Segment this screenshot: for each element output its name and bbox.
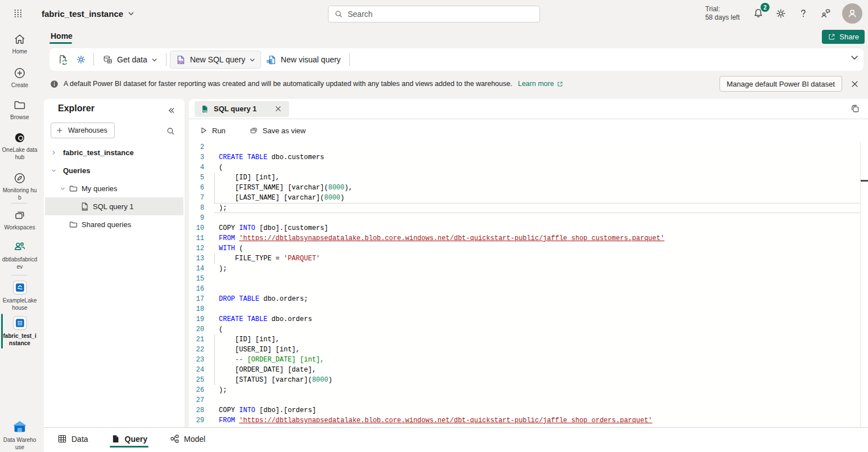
code-line[interactable]: 5 [ID] [int],	[189, 173, 860, 183]
code-line-content[interactable]: [STATUS] [varchar](8000)	[214, 375, 860, 385]
code-line[interactable]: 27	[189, 395, 860, 405]
code-line-content[interactable]: FROM 'https://dbtlabsynapsedatalake.blob…	[214, 415, 860, 426]
code-line-content[interactable]: CREATE TABLE dbo.customers	[214, 152, 860, 162]
code-line[interactable]: 18	[189, 304, 860, 314]
code-line[interactable]: 15	[189, 274, 860, 284]
nav-item-examplelakehouse[interactable]: ExampleLakehouse	[1, 280, 38, 311]
settings-gear-button[interactable]	[72, 51, 90, 69]
tree-item-my-queries[interactable]: My queries	[44, 179, 185, 197]
tree-item-queries[interactable]: Queries	[44, 161, 185, 179]
code-line-content[interactable]: [USER_ID] [int],	[214, 345, 860, 355]
tab-home[interactable]: Home	[50, 29, 74, 43]
tree-item-sql-query-1[interactable]: SQL SQL query 1	[45, 197, 183, 215]
code-line-content[interactable]	[214, 395, 860, 405]
save-as-view-button[interactable]: Save as view	[246, 124, 309, 137]
code-line[interactable]: 25 [STATUS] [varchar](8000)	[189, 375, 860, 385]
code-line[interactable]: 21 [ID] [int],	[189, 335, 860, 345]
code-line[interactable]: 13 FILE_TYPE = 'PARQUET'	[189, 254, 860, 264]
nav-item-fabric-test-instance[interactable]: fabric_test_instance	[1, 315, 38, 347]
new-visual-query-button[interactable]: New visual query	[261, 51, 346, 69]
share-button[interactable]: Share	[822, 30, 865, 44]
workspace-switcher[interactable]: fabric_test_instance	[37, 4, 139, 22]
code-line-content[interactable]: -- [ORDER_DATE] [int],	[214, 355, 860, 365]
code-line-content[interactable]: );	[214, 264, 860, 274]
tab-model[interactable]: Model	[169, 428, 206, 450]
code-line[interactable]: 23 -- [ORDER_DATE] [int],	[189, 355, 860, 365]
code-line-content[interactable]: (	[214, 162, 860, 173]
code-line-content[interactable]: [ID] [int],	[214, 335, 860, 345]
run-button[interactable]: Run	[196, 124, 229, 137]
nav-browse[interactable]: Browse	[1, 98, 38, 121]
code-line[interactable]: 14);	[189, 264, 860, 274]
manage-default-dataset-button[interactable]: Manage default Power BI dataset	[719, 76, 842, 92]
tab-query[interactable]: Query	[110, 428, 149, 450]
code-line[interactable]: 24 [ORDER_DATE] [date],	[189, 365, 860, 375]
tree-item-shared-queries[interactable]: Shared queries	[44, 215, 185, 233]
code-line[interactable]: 10COPY INTO [dbo].[customers]	[189, 223, 860, 233]
code-line-content[interactable]: [ID] [int],	[214, 173, 860, 183]
code-line[interactable]: 17DROP TABLE dbo.orders;	[189, 294, 860, 304]
code-line[interactable]: 8);	[189, 203, 860, 213]
nav-workspace-dbtlabsfabricdev[interactable]: dbtlabsfabricdev	[1, 239, 38, 270]
code-line-content[interactable]	[214, 284, 860, 294]
tab-sql-query-1[interactable]: SQL SQL query 1	[195, 101, 289, 117]
code-line[interactable]: 16	[189, 284, 860, 294]
code-line[interactable]: 6 [FIRST_NAME] [varchar](8000),	[189, 183, 860, 193]
copy-button[interactable]	[849, 103, 861, 115]
code-line[interactable]: 26);	[189, 385, 860, 395]
nav-monitoring-hub[interactable]: Monitoring hub	[1, 171, 38, 201]
code-line-content[interactable]	[214, 274, 860, 284]
sql-code-editor[interactable]: 23CREATE TABLE dbo.customers4(5 [ID] [in…	[189, 142, 860, 427]
code-line[interactable]: 20(	[189, 324, 860, 335]
code-line[interactable]: 4(	[189, 162, 860, 173]
code-line-content[interactable]: FROM 'https://dbtlabsynapsedatalake.blob…	[214, 233, 860, 243]
new-sql-query-button[interactable]: SQL New SQL query	[170, 51, 261, 69]
nav-onelake-data-hub[interactable]: OneLake data hub	[1, 131, 38, 161]
code-line-content[interactable]	[214, 304, 860, 314]
new-warehouse-button[interactable]: Warehouses	[51, 123, 115, 138]
code-line-content[interactable]: [LAST_NAME] [varchar](8000)	[214, 193, 860, 203]
code-line[interactable]: 3CREATE TABLE dbo.customers	[189, 152, 860, 162]
nav-workspaces[interactable]: Workspaces	[1, 209, 38, 231]
code-line-content[interactable]: [FIRST_NAME] [varchar](8000),	[214, 183, 860, 193]
code-line-content[interactable]	[214, 213, 860, 223]
avatar[interactable]	[842, 3, 862, 24]
editor-scrollbar[interactable]	[860, 142, 861, 427]
code-line[interactable]: 28COPY INTO [dbo].[orders]	[189, 405, 860, 415]
code-line-content[interactable]: [ORDER_DATE] [date],	[214, 365, 860, 375]
help-button[interactable]	[794, 4, 813, 23]
code-line-content[interactable]: (	[214, 324, 860, 335]
close-tab-button[interactable]	[272, 103, 284, 115]
code-line[interactable]: 12WITH (	[189, 243, 860, 254]
search-input[interactable]: Search	[328, 6, 540, 22]
tree-item-warehouse-root[interactable]: fabric_test_instance	[44, 143, 185, 161]
code-line-content[interactable]	[214, 142, 860, 152]
refresh-button[interactable]	[54, 51, 72, 69]
code-line[interactable]: 19CREATE TABLE dbo.orders	[189, 314, 860, 324]
get-data-button[interactable]: Get data	[97, 51, 163, 69]
code-line-content[interactable]: DROP TABLE dbo.orders;	[214, 294, 860, 304]
collapse-explorer-button[interactable]	[164, 103, 178, 117]
code-line-content[interactable]: );	[214, 203, 860, 213]
code-line-content[interactable]: FILE_TYPE = 'PARQUET'	[214, 254, 860, 264]
explorer-search-button[interactable]	[164, 125, 177, 137]
collapse-ribbon-button[interactable]	[850, 53, 859, 62]
code-line-content[interactable]: WITH (	[214, 243, 860, 254]
app-launcher-button[interactable]	[8, 3, 28, 24]
nav-data-warehouse[interactable]: Data Warehouse	[1, 419, 38, 451]
code-line[interactable]: 2	[189, 142, 860, 152]
learn-more-link[interactable]: Learn more	[518, 80, 564, 88]
code-line-content[interactable]: CREATE TABLE dbo.orders	[214, 314, 860, 324]
notifications-button[interactable]: 2	[749, 4, 768, 23]
code-line[interactable]: 11FROM 'https://dbtlabsynapsedatalake.bl…	[189, 233, 860, 243]
code-line[interactable]: 29FROM 'https://dbtlabsynapsedatalake.bl…	[189, 415, 860, 426]
code-line[interactable]: 9	[189, 213, 860, 223]
code-line[interactable]: 7 [LAST_NAME] [varchar](8000)	[189, 193, 860, 203]
nav-create[interactable]: Create	[1, 66, 38, 89]
settings-button[interactable]	[771, 4, 790, 23]
banner-close-button[interactable]	[847, 76, 862, 92]
tab-data[interactable]: Data	[56, 428, 89, 450]
nav-home[interactable]: Home	[1, 33, 38, 55]
feedback-button[interactable]	[816, 4, 835, 23]
code-line-content[interactable]: );	[214, 385, 860, 395]
